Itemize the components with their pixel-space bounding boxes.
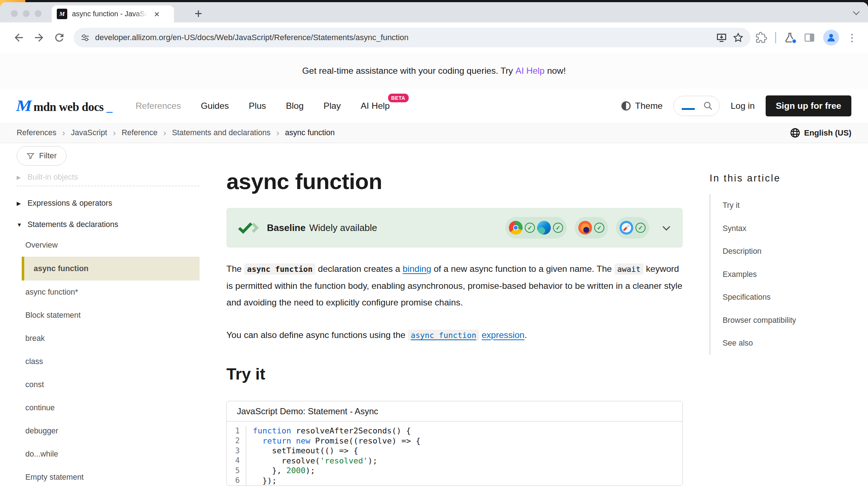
async-function-expression-code-link[interactable]: async function bbox=[408, 330, 479, 341]
reload-icon bbox=[53, 31, 65, 44]
filter-label: Filter bbox=[39, 151, 57, 160]
experiments-button[interactable] bbox=[784, 32, 796, 43]
support-pill-safari: ✓ bbox=[616, 217, 649, 239]
sidebar-item-overview[interactable]: Overview bbox=[17, 234, 200, 257]
mdn-logo[interactable]: M mdn web docs _ bbox=[17, 97, 112, 115]
search-caret bbox=[682, 108, 695, 110]
nav-ai-help[interactable]: AI HelpBETA bbox=[361, 101, 390, 111]
code-line: 2 return new Promise((resolve) => { bbox=[227, 436, 682, 446]
browser-menu-icon[interactable]: ⋮ bbox=[847, 32, 857, 44]
page-title: async function bbox=[226, 168, 683, 194]
sidebar-section-statements[interactable]: ▼ Statements & declarations bbox=[17, 220, 200, 229]
window-zoom-button[interactable] bbox=[35, 10, 42, 17]
browser-toolbar: developer.allizom.org/en-US/docs/Web/Jav… bbox=[0, 22, 868, 53]
extensions-icon[interactable] bbox=[756, 32, 767, 43]
nav-guides[interactable]: Guides bbox=[201, 101, 229, 111]
nav-play[interactable]: Play bbox=[324, 101, 341, 111]
breadcrumb-statements[interactable]: Statements and declarations bbox=[172, 128, 271, 137]
expression-link[interactable]: expression bbox=[482, 330, 524, 340]
back-button[interactable] bbox=[9, 27, 29, 48]
inline-code-async-function: async function bbox=[244, 264, 315, 275]
window-close-button[interactable] bbox=[11, 10, 18, 17]
baseline-label: Baseline bbox=[267, 222, 306, 233]
demo-code-editor[interactable]: 1 function resolveAfter2Seconds() { 2 re… bbox=[227, 421, 682, 485]
toc-item-browser-compatibility[interactable]: Browser compatibility bbox=[710, 309, 851, 332]
header-actions: Theme Log in Sign up for free bbox=[621, 95, 851, 116]
sidebar-item-do-while[interactable]: do...while bbox=[17, 442, 200, 466]
toc-list: Try it Syntax Description Examples Speci… bbox=[710, 194, 851, 355]
sidebar-section-built-in-objects[interactable]: ▶ Built-in objects bbox=[17, 173, 200, 182]
check-icon: ✓ bbox=[635, 223, 646, 233]
sidebar-item-continue[interactable]: continue bbox=[17, 396, 200, 419]
theme-switcher[interactable]: Theme bbox=[621, 100, 663, 111]
main-navigation: References Guides Plus Blog Play AI Help… bbox=[136, 101, 390, 111]
support-pill-chrome-edge: ✓ ✓ bbox=[505, 217, 567, 239]
sidebar-fade-divider bbox=[17, 185, 200, 187]
toc-item-description[interactable]: Description bbox=[710, 240, 851, 263]
toc-item-syntax[interactable]: Syntax bbox=[710, 217, 851, 240]
check-icon: ✓ bbox=[553, 223, 563, 233]
sidebar-item-async-function-active[interactable]: async function bbox=[22, 257, 200, 281]
chevron-right-icon: › bbox=[163, 128, 166, 138]
collapsed-arrow-icon: ▶ bbox=[17, 200, 23, 207]
binding-link[interactable]: binding bbox=[403, 264, 431, 274]
sidebar-filter-button[interactable]: Filter bbox=[17, 146, 67, 166]
browser-tab[interactable]: M async function - JavaScript | × bbox=[52, 5, 174, 22]
breadcrumb-javascript[interactable]: JavaScript bbox=[71, 128, 107, 137]
language-switcher[interactable]: English (US) bbox=[790, 127, 851, 138]
sidebar-item-const[interactable]: const bbox=[17, 373, 200, 396]
sidebar-item-block-statement[interactable]: Block statement bbox=[17, 304, 200, 327]
expression-paragraph: You can also define async functions usin… bbox=[226, 327, 683, 344]
expanded-arrow-icon: ▼ bbox=[17, 222, 23, 228]
globe-icon bbox=[790, 127, 801, 138]
baseline-expand-chevron-icon[interactable] bbox=[663, 223, 670, 230]
login-link[interactable]: Log in bbox=[731, 101, 755, 111]
nav-references[interactable]: References bbox=[136, 101, 181, 111]
sidebar-item-debugger[interactable]: debugger bbox=[17, 419, 200, 442]
bookmark-star-icon[interactable] bbox=[732, 32, 744, 43]
line-number: 6 bbox=[227, 476, 246, 486]
side-panel-icon[interactable] bbox=[804, 32, 815, 43]
toc-item-examples[interactable]: Examples bbox=[710, 263, 851, 286]
sidebar-section-expressions[interactable]: ▶ Expressions & operators bbox=[17, 199, 200, 208]
window-minimize-button[interactable] bbox=[23, 10, 30, 17]
site-settings-icon[interactable] bbox=[80, 33, 90, 43]
sidebar-item-break[interactable]: break bbox=[17, 327, 200, 350]
mdn-logo-text: mdn web docs bbox=[34, 100, 104, 114]
toc-item-specifications[interactable]: Specifications bbox=[710, 286, 851, 309]
filter-funnel-icon bbox=[26, 152, 35, 160]
text-run bbox=[479, 330, 482, 340]
profile-avatar[interactable] bbox=[823, 30, 839, 46]
search-input[interactable] bbox=[673, 96, 720, 116]
support-pill-firefox: ✓ bbox=[575, 217, 608, 239]
nav-plus[interactable]: Plus bbox=[249, 101, 266, 111]
breadcrumb-current-page: async function bbox=[285, 128, 335, 137]
baseline-logo-icon bbox=[237, 221, 260, 234]
breadcrumb-reference[interactable]: Reference bbox=[122, 128, 157, 137]
section-label: Built-in objects bbox=[27, 173, 78, 182]
tab-close-icon[interactable]: × bbox=[154, 9, 159, 19]
new-tab-button[interactable]: + bbox=[195, 5, 202, 22]
text-run: The bbox=[226, 264, 244, 274]
signup-button[interactable]: Sign up for free bbox=[766, 95, 851, 116]
ai-help-link[interactable]: AI Help bbox=[515, 66, 544, 76]
nav-blog[interactable]: Blog bbox=[286, 101, 304, 111]
sidebar-item-empty-statement[interactable]: Empty statement bbox=[17, 466, 200, 488]
breadcrumb-references[interactable]: References bbox=[17, 128, 56, 137]
tab-search-chevron-icon[interactable] bbox=[853, 8, 859, 15]
install-app-icon[interactable] bbox=[716, 32, 727, 43]
interactive-demo: JavaScript Demo: Statement - Async 1 fun… bbox=[226, 401, 683, 486]
check-icon: ✓ bbox=[525, 223, 535, 233]
address-bar[interactable]: developer.allizom.org/en-US/docs/Web/Jav… bbox=[74, 28, 750, 47]
breadcrumb-bar: References › JavaScript › Reference › St… bbox=[0, 123, 868, 143]
toc-item-try-it[interactable]: Try it bbox=[710, 194, 851, 217]
toc-item-see-also[interactable]: See also bbox=[710, 332, 851, 355]
reload-button[interactable] bbox=[49, 27, 69, 48]
forward-button[interactable] bbox=[29, 27, 49, 48]
sidebar-item-async-function-star[interactable]: async function* bbox=[17, 281, 200, 304]
edge-icon bbox=[537, 221, 551, 235]
search-icon[interactable] bbox=[703, 100, 714, 111]
toolbar-right-icons: ⋮ bbox=[756, 30, 859, 46]
url-text[interactable]: developer.allizom.org/en-US/docs/Web/Jav… bbox=[95, 33, 711, 42]
sidebar-item-class[interactable]: class bbox=[17, 350, 200, 373]
